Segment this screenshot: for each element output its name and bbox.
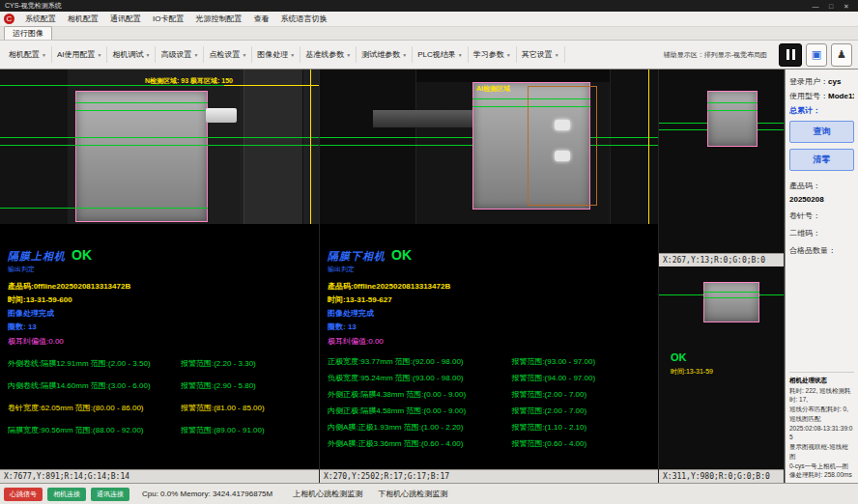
main-area: N检测区域: 93 极耳区域: 150 隔膜上相机 OK 输出判定 產品码:0f… <box>0 70 858 483</box>
measurement-list: 外侧卷线:隔膜12.91mm 范围:(2.00 - 3.50)报警范围:(2.2… <box>8 358 311 435</box>
pin-number-label: 卷针号： <box>789 211 820 220</box>
measure-text: 正极宽度:93.77mm 范围:(92.00 - 98.00) <box>328 356 511 367</box>
camera-connection-badge: 相机连接 <box>47 488 86 501</box>
camera-image-lower[interactable]: AI检测区域 <box>320 70 658 224</box>
measure-text: 外侧正极:隔膜4.38mm 范围:(0.00 - 9.00) <box>328 389 511 400</box>
measure-text: 内侧正极:隔膜4.58mm 范围:(0.00 - 9.00) <box>328 406 511 416</box>
menu-io-config[interactable]: IO卡配置 <box>147 13 189 25</box>
chevron-down-icon: ▼ <box>402 52 407 58</box>
window-controls: — □ ✕ <box>809 1 853 12</box>
correction-text: 极耳纠偏值:0.00 <box>8 336 311 347</box>
roi-line-yellow <box>310 70 311 224</box>
measure-row: 卷针宽度:62.05mm 范围:(80.00 - 86.00)报警范围:(81.… <box>8 403 311 413</box>
minimize-button[interactable]: — <box>809 1 822 12</box>
user-button[interactable]: ♟ <box>831 43 852 67</box>
bottom-statusbar: 心跳信号 相机连接 通讯连接 Cpu: 0.0% Memory: 3424.41… <box>0 483 858 504</box>
product-code-text: 產品码:0ffline2025020813313472B <box>328 281 650 292</box>
chevron-down-icon: ▼ <box>555 52 559 58</box>
menu-light-config[interactable]: 光源控制配置 <box>189 13 247 25</box>
chevron-down-icon: ▼ <box>145 52 150 58</box>
preview-column: X:267,Y:13;R:0;G:0;B:0 OK 时间:13-31-59 X:… <box>659 70 785 483</box>
measure-text: 外侧A膜:正极3.36mm 范围:(0.60 - 4.00) <box>328 438 511 449</box>
pixel-status-upper: X:7677,Y:891;R:14;G:14;B:14 <box>0 469 319 483</box>
titlebar: CYS-视觉检测系统 — □ ✕ <box>0 0 858 12</box>
toolbar-icons: ▣ ♟ <box>779 43 852 67</box>
reflective-spot <box>555 151 570 161</box>
alarm-text: 报警范围:(94.00 - 97.00) <box>511 373 595 383</box>
app-window: CYS-视觉检测系统 — □ ✕ C 系统配置 相机配置 通讯配置 IO卡配置 … <box>0 0 858 504</box>
results-upper: 隔膜上相机 OK 输出判定 產品码:0ffline202502081331347… <box>0 224 319 469</box>
qr-code-label: 二维码： <box>789 229 820 238</box>
tb-baseline-params[interactable]: 基准线参数▼ <box>300 46 357 63</box>
camera-capture-button[interactable]: ▣ <box>806 43 827 67</box>
side-panel: 登录用户：cys 使用型号：Mode11 总累计： 查询 清零 產品码： 202… <box>785 70 858 483</box>
tab-connector <box>206 108 237 123</box>
preview-panel-bottom: OK 时间:13-31-59 X:311,Y:980;R:0;G:0;B:0 <box>659 266 784 483</box>
menubar: C 系统配置 相机配置 通讯配置 IO卡配置 光源控制配置 查看 系统语言切换 <box>0 12 858 27</box>
tb-spot-check[interactable]: 点检设置▼ <box>204 46 252 63</box>
measure-row: 外侧正极:隔膜4.38mm 范围:(0.00 - 9.00)报警范围:(2.00… <box>328 389 650 400</box>
result-badge: OK <box>671 351 687 363</box>
stats-line: 2025:02:08-13:31:39:05 <box>789 424 854 443</box>
tb-test-params[interactable]: 测试维参数▼ <box>357 46 413 63</box>
output-judgement-label: 输出判定 <box>8 265 311 274</box>
menu-camera-config[interactable]: 相机配置 <box>62 13 104 25</box>
tb-advanced-settings[interactable]: 高级设置▼ <box>156 46 204 63</box>
comm-connection-badge: 通讯连接 <box>91 488 129 501</box>
camera-panel-upper: N检测区域: 93 极耳区域: 150 隔膜上相机 OK 输出判定 產品码:0f… <box>0 70 320 483</box>
edge-line-green <box>703 297 759 298</box>
measure-row: 内侧A膜:正极1.93mm 范围:(1.00 - 2.20)报警范围:(1.10… <box>328 422 650 433</box>
tb-other-settings[interactable]: 其它设置▼ <box>517 46 565 63</box>
cell-region <box>703 282 759 322</box>
alarm-text: 报警范围:(2.00 - 7.00) <box>511 389 586 400</box>
machine-right-block <box>610 70 658 224</box>
tb-image-process[interactable]: 图像处理▼ <box>252 46 300 63</box>
roi-overlay-text: AI检测区域 <box>476 84 510 94</box>
preview-image-bottom[interactable]: OK 时间:13-31-59 <box>659 266 784 469</box>
alarm-text: 报警范围:(93.00 - 97.00) <box>511 356 595 367</box>
menu-view[interactable]: 查看 <box>247 13 274 25</box>
tb-ai-config[interactable]: AI使用配置▼ <box>52 46 108 63</box>
chevron-down-icon: ▼ <box>458 52 463 58</box>
close-button[interactable]: ✕ <box>840 1 853 12</box>
pause-button[interactable] <box>779 43 802 67</box>
tb-camera-debug[interactable]: 相机调试▼ <box>107 46 156 63</box>
menu-comm-config[interactable]: 通讯配置 <box>104 13 147 25</box>
tb-camera-debug-label: 相机调试 <box>112 49 143 60</box>
menu-system-config[interactable]: 系统配置 <box>19 13 62 25</box>
measure-row: 外侧A膜:正极3.36mm 范围:(0.60 - 4.00)报警范围:(0.60… <box>328 438 650 449</box>
tab-run-image[interactable]: 运行图像 <box>4 26 52 40</box>
measure-row: 内侧卷线:隔膜14.60mm 范围:(3.00 - 6.00)报警范围:(2.9… <box>8 380 311 391</box>
clear-button[interactable]: 清零 <box>789 149 854 171</box>
product-code-label: 產品码： <box>789 182 820 190</box>
tb-image-process-label: 图像处理 <box>257 49 288 60</box>
camera-icon: ▣ <box>812 49 821 60</box>
tb-plc-result[interactable]: PLC视结果▼ <box>413 46 469 63</box>
pixel-status-preview-top: X:267,Y:13;R:0;G:0;B:0 <box>659 253 784 266</box>
measure-text: 内侧卷线:隔膜14.60mm 范围:(3.00 - 6.00) <box>8 380 181 391</box>
turns-text: 圈数: 13 <box>328 322 650 332</box>
process-done-text: 图像处理完成 <box>328 308 650 319</box>
preview-panel-top: X:267,Y:13;R:0;G:0;B:0 <box>659 70 784 266</box>
stats-line: 0-cys一号上相机—图像处理耗时: 258.00ms <box>789 462 854 481</box>
camera-image-upper[interactable]: N检测区域: 93 极耳区域: 150 <box>0 70 319 224</box>
tb-camera-config[interactable]: 相机配置▼ <box>4 46 52 63</box>
tb-learning-params-label: 学习参数 <box>473 49 504 60</box>
maximize-button[interactable]: □ <box>824 1 838 12</box>
query-button[interactable]: 查询 <box>789 121 854 143</box>
cpu-memory-text: Cpu: 0.0% Memory: 3424.41796875M <box>142 490 272 498</box>
edge-line-green <box>75 110 208 111</box>
chevron-down-icon: ▼ <box>290 52 295 58</box>
alarm-text: 报警范围:(2.00 - 7.00) <box>511 406 586 416</box>
result-badge: OK <box>391 247 412 263</box>
preview-image-top[interactable] <box>659 70 784 253</box>
time-text: 时间:13-31-59-600 <box>8 294 311 305</box>
measure-text: 卷针宽度:62.05mm 范围:(80.00 - 86.00) <box>8 403 181 413</box>
menu-language-switch[interactable]: 系统语言切换 <box>274 13 332 25</box>
upper-camera-monitor-text: 上相机心跳检测监测 <box>293 489 362 499</box>
ai-detect-box <box>528 86 597 206</box>
machine-left-block <box>320 70 416 224</box>
pass-count-label: 合格品数量： <box>789 246 836 255</box>
chevron-down-icon: ▼ <box>42 52 46 58</box>
tb-learning-params[interactable]: 学习参数▼ <box>469 46 517 63</box>
